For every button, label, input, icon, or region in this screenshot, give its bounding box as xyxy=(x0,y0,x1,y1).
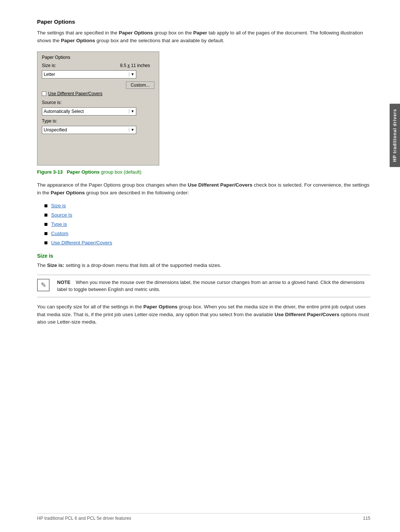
figure-caption: Figure 3-13 Paper Options group box (def… xyxy=(37,169,370,175)
size-is-heading: Size is xyxy=(37,253,370,259)
size-is-link[interactable]: Size is xyxy=(51,203,66,208)
page-footer: HP traditional PCL 6 and PCL 5e driver f… xyxy=(37,513,370,521)
dialog-title: Paper Options xyxy=(42,55,154,60)
bullet-icon xyxy=(44,232,47,235)
last-paragraph: You can specify size for all of the sett… xyxy=(37,303,370,327)
type-is-row: Type is: xyxy=(42,118,154,124)
figure-label: Figure 3-13 xyxy=(37,169,63,175)
bullet-list: Size is Source Is Type is Custom Use Dif… xyxy=(44,203,370,245)
custom-button[interactable]: Custom... xyxy=(126,81,154,89)
type-select-row: Unspecified ▼ xyxy=(42,126,154,134)
intro-paragraph-2: The appearance of the Paper Options grou… xyxy=(37,181,370,197)
note-icon xyxy=(37,279,52,293)
source-label: Source is: xyxy=(42,100,68,105)
bullet-icon xyxy=(44,214,47,217)
size-is-paragraph: The Size is: setting is a drop-down menu… xyxy=(37,262,370,270)
use-different-checkbox-row: Use Different Paper/Covers xyxy=(42,91,154,96)
figure-desc: group box (default) xyxy=(101,169,141,175)
custom-link[interactable]: Custom xyxy=(51,231,69,236)
sidebar-tab-label: HP traditional drivers xyxy=(392,109,397,162)
type-label: Type is: xyxy=(42,118,68,124)
source-is-row: Source is: xyxy=(42,100,154,105)
list-item: Custom xyxy=(44,231,370,236)
bullet-icon xyxy=(44,204,47,207)
sidebar-tab: HP traditional drivers xyxy=(390,104,400,167)
use-different-link[interactable]: Use Different Paper/Covers xyxy=(51,240,112,245)
size-label: Size is: xyxy=(42,63,68,68)
list-item: Source Is xyxy=(44,212,370,218)
bullet-icon xyxy=(44,223,47,226)
source-is-link[interactable]: Source Is xyxy=(51,212,72,218)
size-is-section: Size is The Size is: setting is a drop-d… xyxy=(37,253,370,327)
list-item: Size is xyxy=(44,203,370,208)
custom-button-row: Custom... xyxy=(42,81,154,89)
use-different-checkbox[interactable] xyxy=(42,91,46,96)
type-dropdown[interactable]: Unspecified ▼ xyxy=(42,126,136,134)
size-value: 8.5 x 11 inches xyxy=(120,63,150,68)
paper-options-dialog: Paper Options Size is: 8.5 x 11 inches L… xyxy=(37,51,159,165)
type-dropdown-arrow: ▼ xyxy=(129,128,134,132)
note-box: NOTE When you move the mouse over the di… xyxy=(37,275,370,297)
intro-paragraph-1: The settings that are specified in the P… xyxy=(37,29,370,45)
size-is-row: Size is: 8.5 x 11 inches xyxy=(42,63,154,68)
letter-dropdown[interactable]: Letter ▼ xyxy=(42,70,136,78)
source-dropdown[interactable]: Automatically Select ▼ xyxy=(42,107,136,116)
figure-title: Paper Options xyxy=(67,169,100,175)
type-value: Unspecified xyxy=(44,127,67,133)
list-item: Type is xyxy=(44,221,370,227)
letter-dropdown-arrow: ▼ xyxy=(129,72,134,76)
source-value: Automatically Select xyxy=(44,109,84,114)
list-item: Use Different Paper/Covers xyxy=(44,240,370,245)
footer-left-text: HP traditional PCL 6 and PCL 5e driver f… xyxy=(37,516,131,521)
note-icon-image xyxy=(37,279,50,291)
source-dropdown-arrow: ▼ xyxy=(129,109,134,113)
note-label: NOTE xyxy=(57,280,70,285)
letter-value: Letter xyxy=(44,72,55,77)
bullet-icon xyxy=(44,241,47,244)
page-title: Paper Options xyxy=(37,19,370,25)
use-different-label: Use Different Paper/Covers xyxy=(48,91,103,96)
footer-page-number: 115 xyxy=(363,516,370,521)
source-select-row: Automatically Select ▼ xyxy=(42,107,154,116)
note-text: NOTE When you move the mouse over the di… xyxy=(57,279,370,293)
note-content: When you move the mouse over the dimensi… xyxy=(57,280,364,292)
type-is-link[interactable]: Type is xyxy=(51,221,67,227)
letter-select-row: Letter ▼ xyxy=(42,70,154,78)
dialog-empty-space xyxy=(42,137,154,159)
